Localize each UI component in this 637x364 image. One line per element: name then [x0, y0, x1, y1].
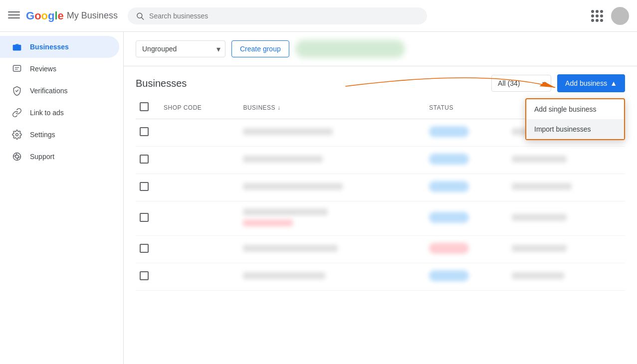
reviews-icon [12, 64, 22, 74]
sidebar-item-support[interactable]: Support [0, 146, 119, 168]
sort-icon: ↓ [277, 104, 281, 111]
group-select[interactable]: Ungrouped [136, 40, 225, 57]
settings-icon [12, 130, 22, 140]
blurred-group-indicator [295, 40, 405, 58]
status-badge [429, 270, 469, 281]
svg-point-11 [13, 153, 21, 161]
businesses-title: Businesses [136, 78, 187, 89]
row-checkbox[interactable] [140, 244, 149, 253]
select-all-header [136, 96, 160, 119]
apps-icon[interactable] [591, 10, 603, 22]
sidebar-item-reviews[interactable]: Reviews [0, 58, 119, 80]
status-badge [429, 126, 469, 137]
sidebar-item-link-to-ads[interactable]: Link to ads [0, 102, 119, 124]
add-single-business-item[interactable]: Add single business [526, 99, 624, 119]
content-area: Ungrouped Create group Businesses All (3… [124, 32, 637, 364]
select-all-checkbox[interactable] [140, 102, 149, 111]
svg-rect-5 [13, 45, 21, 51]
status-badge [429, 154, 469, 165]
sidebar-link-to-ads-label: Link to ads [30, 109, 64, 117]
sidebar-item-settings[interactable]: Settings [0, 124, 119, 146]
sidebar-settings-label: Settings [30, 131, 55, 139]
search-bar[interactable] [128, 7, 427, 24]
business-name [243, 156, 323, 163]
verifications-icon [12, 86, 22, 96]
svg-rect-6 [15, 44, 19, 45]
add-business-button[interactable]: Add business ▲ [557, 74, 625, 92]
search-input[interactable] [149, 12, 419, 20]
search-icon [136, 11, 144, 20]
sidebar-businesses-label: Businesses [30, 43, 69, 51]
business-name [243, 183, 343, 190]
all-filter-select[interactable]: All (34) [491, 75, 551, 92]
business-name [243, 128, 333, 135]
status-badge [429, 181, 469, 192]
create-group-button[interactable]: Create group [231, 40, 289, 57]
business-header: Business ↓ [239, 96, 425, 119]
businesses-table-body [136, 119, 625, 291]
table-row [136, 201, 625, 236]
businesses-header: Businesses All (34) Add business ▲ Add s… [136, 66, 625, 96]
business-sub [243, 219, 293, 226]
sidebar: Businesses Reviews Verifications Link to… [0, 32, 124, 364]
link-icon [12, 108, 22, 118]
extra-info [512, 156, 567, 163]
extra-info [512, 272, 564, 279]
app-name: My Business [67, 10, 118, 21]
topbar-right [591, 7, 629, 25]
extra-info [512, 214, 567, 221]
table-row [136, 147, 625, 174]
import-businesses-item[interactable]: Import businesses [526, 119, 624, 139]
avatar[interactable] [611, 7, 629, 25]
extra-info [512, 183, 572, 190]
businesses-icon [12, 42, 22, 52]
table-row [136, 174, 625, 201]
sidebar-reviews-label: Reviews [30, 65, 56, 73]
topbar: Google My Business [0, 0, 637, 32]
business-name [243, 272, 325, 279]
status-header: Status [425, 96, 508, 119]
sidebar-item-businesses[interactable]: Businesses [0, 36, 119, 58]
google-wordmark: Google [26, 9, 64, 22]
group-select-wrapper: Ungrouped [136, 40, 225, 57]
row-checkbox[interactable] [140, 271, 149, 280]
menu-icon[interactable] [8, 9, 20, 23]
business-name [243, 208, 328, 215]
all-filter-wrapper: All (34) [491, 75, 551, 92]
sidebar-item-verifications[interactable]: Verifications [0, 80, 119, 102]
main-layout: Businesses Reviews Verifications Link to… [0, 32, 637, 364]
svg-rect-7 [13, 65, 21, 71]
row-checkbox[interactable] [140, 155, 149, 164]
svg-rect-0 [8, 11, 20, 12]
add-business-dropdown: Add single business Import businesses [525, 98, 625, 140]
sidebar-verifications-label: Verifications [30, 87, 67, 95]
sidebar-support-label: Support [30, 153, 54, 161]
svg-line-4 [142, 17, 144, 19]
filter-bar: Ungrouped Create group [124, 32, 637, 66]
header-right: All (34) Add business ▲ Add single busin… [491, 74, 625, 92]
add-business-chevron-icon: ▲ [610, 79, 617, 87]
row-checkbox[interactable] [140, 127, 149, 136]
business-name [243, 245, 338, 252]
status-badge [429, 243, 469, 254]
svg-rect-2 [8, 17, 20, 18]
support-icon [12, 152, 22, 162]
row-checkbox[interactable] [140, 213, 149, 222]
status-badge [429, 212, 469, 223]
row-checkbox[interactable] [140, 182, 149, 191]
extra-info [512, 245, 567, 252]
shop-code-header: Shop code [160, 96, 239, 119]
add-business-label: Add business [565, 79, 607, 87]
table-row [136, 236, 625, 263]
svg-rect-1 [8, 14, 20, 15]
svg-point-10 [16, 134, 18, 136]
logo: Google My Business [26, 9, 118, 22]
businesses-section: Businesses All (34) Add business ▲ Add s… [124, 66, 637, 291]
table-row [136, 263, 625, 291]
